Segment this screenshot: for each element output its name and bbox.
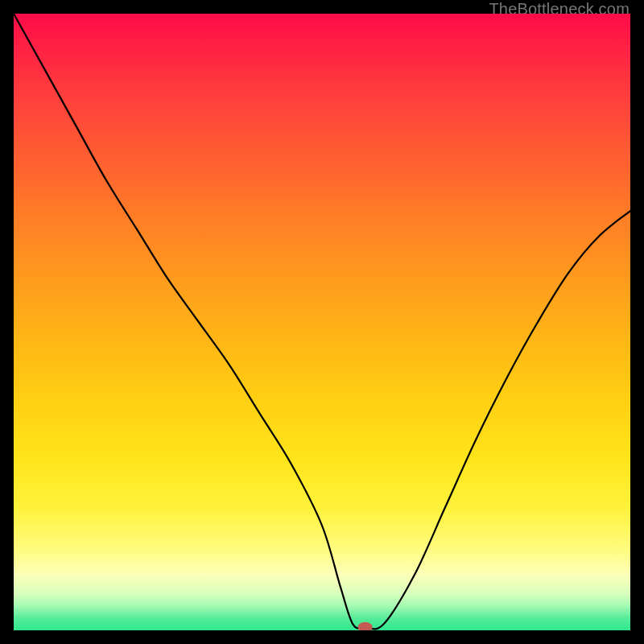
bottleneck-curve: [14, 14, 630, 630]
curve-path: [14, 14, 630, 629]
chart-frame: TheBottleneck.com: [0, 0, 644, 644]
optimum-marker: [358, 622, 373, 630]
chart-plot-area: [14, 14, 630, 630]
